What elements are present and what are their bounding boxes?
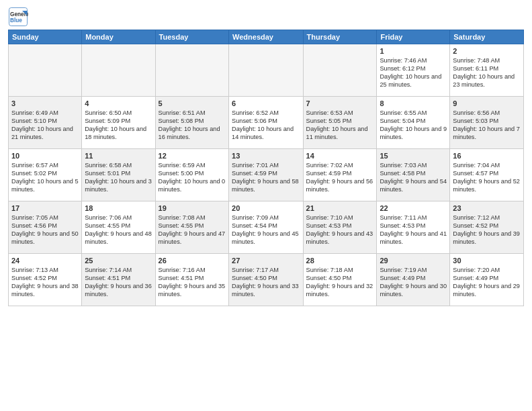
day-number: 7: [306, 99, 374, 109]
calendar-cell: [229, 44, 304, 97]
day-number: 25: [85, 256, 152, 266]
day-number: 20: [232, 203, 300, 214]
day-number: 9: [453, 99, 521, 109]
calendar-cell: 11Sunrise: 6:58 AM Sunset: 5:01 PM Dayli…: [82, 149, 155, 201]
cell-info: Sunrise: 7:16 AM Sunset: 4:51 PM Dayligh…: [159, 267, 226, 299]
calendar-cell: 1Sunrise: 7:46 AM Sunset: 6:12 PM Daylig…: [377, 44, 450, 97]
calendar-cell: 24Sunrise: 7:13 AM Sunset: 4:52 PM Dayli…: [9, 254, 82, 306]
calendar-cell: 27Sunrise: 7:17 AM Sunset: 4:50 PM Dayli…: [229, 254, 304, 306]
day-number: 28: [306, 256, 374, 266]
day-number: 24: [11, 256, 79, 266]
calendar-cell: 20Sunrise: 7:09 AM Sunset: 4:54 PM Dayli…: [229, 201, 304, 254]
cell-info: Sunrise: 6:57 AM Sunset: 5:02 PM Dayligh…: [11, 162, 79, 194]
weekday-header-wednesday: Wednesday: [229, 30, 304, 44]
cell-info: Sunrise: 7:12 AM Sunset: 4:52 PM Dayligh…: [453, 214, 521, 246]
day-number: 22: [380, 203, 447, 214]
calendar-cell: 4Sunrise: 6:50 AM Sunset: 5:09 PM Daylig…: [82, 97, 155, 149]
cell-info: Sunrise: 7:19 AM Sunset: 4:49 PM Dayligh…: [380, 267, 447, 299]
calendar-cell: 23Sunrise: 7:12 AM Sunset: 4:52 PM Dayli…: [450, 201, 524, 254]
calendar-cell: 19Sunrise: 7:08 AM Sunset: 4:55 PM Dayli…: [155, 201, 228, 254]
day-number: 8: [380, 99, 447, 109]
day-number: 13: [232, 151, 300, 161]
day-number: 18: [85, 203, 152, 214]
cell-info: Sunrise: 7:05 AM Sunset: 4:56 PM Dayligh…: [11, 214, 79, 246]
calendar-cell: 13Sunrise: 7:01 AM Sunset: 4:59 PM Dayli…: [229, 149, 304, 201]
calendar-cell: 25Sunrise: 7:14 AM Sunset: 4:51 PM Dayli…: [82, 254, 155, 306]
day-number: 2: [453, 46, 521, 56]
calendar-cell: 21Sunrise: 7:10 AM Sunset: 4:53 PM Dayli…: [303, 201, 377, 254]
weekday-header-monday: Monday: [82, 30, 155, 44]
cell-info: Sunrise: 7:08 AM Sunset: 4:55 PM Dayligh…: [159, 214, 226, 246]
calendar-cell: 8Sunrise: 6:55 AM Sunset: 5:04 PM Daylig…: [377, 97, 450, 149]
page-container: General Blue SundayMondayTuesdayWednesda…: [0, 0, 532, 310]
cell-info: Sunrise: 6:59 AM Sunset: 5:00 PM Dayligh…: [159, 162, 226, 194]
cell-info: Sunrise: 7:20 AM Sunset: 4:49 PM Dayligh…: [453, 267, 521, 299]
day-number: 4: [85, 99, 152, 109]
day-number: 26: [159, 256, 226, 266]
cell-info: Sunrise: 7:09 AM Sunset: 4:54 PM Dayligh…: [232, 214, 300, 246]
logo-icon: General Blue: [8, 7, 28, 27]
calendar-cell: 6Sunrise: 6:52 AM Sunset: 5:06 PM Daylig…: [229, 97, 304, 149]
calendar-cell: 5Sunrise: 6:51 AM Sunset: 5:08 PM Daylig…: [155, 97, 228, 149]
cell-info: Sunrise: 7:02 AM Sunset: 4:59 PM Dayligh…: [306, 162, 374, 194]
calendar-cell: 29Sunrise: 7:19 AM Sunset: 4:49 PM Dayli…: [377, 254, 450, 306]
day-number: 27: [232, 256, 300, 266]
cell-info: Sunrise: 7:03 AM Sunset: 4:58 PM Dayligh…: [380, 162, 447, 194]
calendar-table: SundayMondayTuesdayWednesdayThursdayFrid…: [8, 30, 524, 306]
calendar-week-3: 10Sunrise: 6:57 AM Sunset: 5:02 PM Dayli…: [9, 149, 524, 201]
cell-info: Sunrise: 7:13 AM Sunset: 4:52 PM Dayligh…: [11, 267, 79, 299]
calendar-week-5: 24Sunrise: 7:13 AM Sunset: 4:52 PM Dayli…: [9, 254, 524, 306]
cell-info: Sunrise: 6:56 AM Sunset: 5:03 PM Dayligh…: [453, 109, 521, 142]
day-number: 6: [232, 99, 300, 109]
cell-info: Sunrise: 7:01 AM Sunset: 4:59 PM Dayligh…: [232, 162, 300, 194]
calendar-cell: 7Sunrise: 6:53 AM Sunset: 5:05 PM Daylig…: [303, 97, 377, 149]
calendar-week-2: 3Sunrise: 6:49 AM Sunset: 5:10 PM Daylig…: [9, 97, 524, 149]
calendar-cell: 10Sunrise: 6:57 AM Sunset: 5:02 PM Dayli…: [9, 149, 82, 201]
calendar-cell: [155, 44, 228, 97]
calendar-week-1: 1Sunrise: 7:46 AM Sunset: 6:12 PM Daylig…: [9, 44, 524, 97]
calendar-cell: 22Sunrise: 7:11 AM Sunset: 4:53 PM Dayli…: [377, 201, 450, 254]
cell-info: Sunrise: 6:52 AM Sunset: 5:06 PM Dayligh…: [232, 109, 300, 142]
cell-info: Sunrise: 7:17 AM Sunset: 4:50 PM Dayligh…: [232, 267, 300, 299]
day-number: 21: [306, 203, 374, 214]
logo: General Blue: [8, 7, 31, 27]
calendar-header-row: SundayMondayTuesdayWednesdayThursdayFrid…: [9, 30, 524, 44]
weekday-header-saturday: Saturday: [450, 30, 524, 44]
day-number: 11: [85, 151, 152, 161]
cell-info: Sunrise: 6:58 AM Sunset: 5:01 PM Dayligh…: [85, 162, 152, 194]
weekday-header-sunday: Sunday: [9, 30, 82, 44]
calendar-cell: [9, 44, 82, 97]
calendar-cell: [82, 44, 155, 97]
calendar-cell: 18Sunrise: 7:06 AM Sunset: 4:55 PM Dayli…: [82, 201, 155, 254]
weekday-header-tuesday: Tuesday: [155, 30, 228, 44]
day-number: 12: [159, 151, 226, 161]
header: General Blue: [8, 7, 524, 27]
calendar-cell: 9Sunrise: 6:56 AM Sunset: 5:03 PM Daylig…: [450, 97, 524, 149]
day-number: 30: [453, 256, 521, 266]
calendar-cell: 2Sunrise: 7:48 AM Sunset: 6:11 PM Daylig…: [450, 44, 524, 97]
day-number: 10: [11, 151, 79, 161]
day-number: 16: [453, 151, 521, 161]
weekday-header-thursday: Thursday: [303, 30, 377, 44]
calendar-cell: 15Sunrise: 7:03 AM Sunset: 4:58 PM Dayli…: [377, 149, 450, 201]
day-number: 29: [380, 256, 447, 266]
day-number: 15: [380, 151, 447, 161]
cell-info: Sunrise: 7:14 AM Sunset: 4:51 PM Dayligh…: [85, 267, 152, 299]
day-number: 17: [11, 203, 79, 214]
cell-info: Sunrise: 7:46 AM Sunset: 6:12 PM Dayligh…: [380, 57, 447, 89]
cell-info: Sunrise: 7:18 AM Sunset: 4:50 PM Dayligh…: [306, 267, 374, 299]
cell-info: Sunrise: 7:10 AM Sunset: 4:53 PM Dayligh…: [306, 214, 374, 246]
calendar-cell: 16Sunrise: 7:04 AM Sunset: 4:57 PM Dayli…: [450, 149, 524, 201]
calendar-cell: [303, 44, 377, 97]
calendar-week-4: 17Sunrise: 7:05 AM Sunset: 4:56 PM Dayli…: [9, 201, 524, 254]
calendar-cell: 14Sunrise: 7:02 AM Sunset: 4:59 PM Dayli…: [303, 149, 377, 201]
cell-info: Sunrise: 6:50 AM Sunset: 5:09 PM Dayligh…: [85, 109, 152, 142]
svg-text:Blue: Blue: [10, 17, 22, 24]
day-number: 1: [380, 46, 447, 56]
calendar-cell: 17Sunrise: 7:05 AM Sunset: 4:56 PM Dayli…: [9, 201, 82, 254]
cell-info: Sunrise: 6:55 AM Sunset: 5:04 PM Dayligh…: [380, 109, 447, 142]
weekday-header-friday: Friday: [377, 30, 450, 44]
calendar-cell: 26Sunrise: 7:16 AM Sunset: 4:51 PM Dayli…: [155, 254, 228, 306]
cell-info: Sunrise: 7:04 AM Sunset: 4:57 PM Dayligh…: [453, 162, 521, 194]
cell-info: Sunrise: 7:11 AM Sunset: 4:53 PM Dayligh…: [380, 214, 447, 246]
